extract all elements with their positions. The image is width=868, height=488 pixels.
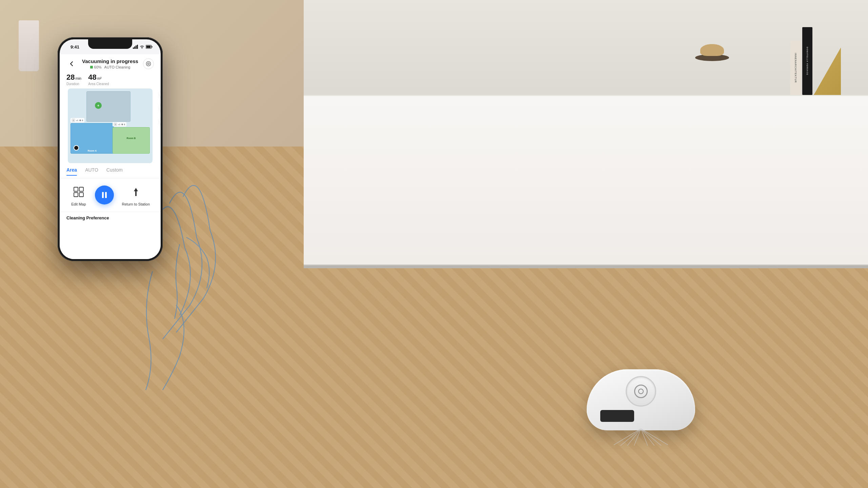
- svg-rect-19: [79, 187, 83, 191]
- header-title: Vacuuming in progress: [77, 58, 143, 64]
- edit-map-icon: [73, 187, 84, 197]
- svg-rect-18: [74, 187, 78, 191]
- area-label: Area Cleaned: [88, 82, 109, 86]
- robot-front-sensor: [600, 410, 634, 422]
- cabinet-front: [304, 95, 868, 265]
- tabs-row: Area AUTO Custom: [60, 163, 161, 178]
- room-b-map: Room B: [113, 127, 150, 154]
- duration-label: Duration: [66, 82, 81, 86]
- settings-icon: [146, 61, 151, 66]
- actions-row: Edit Map: [60, 178, 161, 212]
- area-value: 48: [88, 73, 96, 81]
- vase-body: [19, 20, 39, 71]
- settings-button[interactable]: [143, 58, 154, 69]
- map-view[interactable]: + ① +1 ⚙ ≡: [68, 89, 153, 163]
- robot-top-button: [626, 376, 656, 407]
- signal-icon: [133, 45, 138, 49]
- room-a-icon3: ≡: [82, 119, 83, 121]
- stats-row: 28 min Duration 48 m² Area Cleaned: [60, 72, 161, 89]
- room-a-label: Room A: [88, 150, 97, 152]
- phone-device: 9:41: [58, 37, 163, 261]
- map-container: + ① +1 ⚙ ≡: [64, 89, 157, 163]
- phone-container: 9:41: [47, 17, 176, 458]
- room-b-sep1: +1: [118, 123, 120, 125]
- svg-point-16: [146, 62, 151, 66]
- edit-map-icon-container: [70, 184, 87, 200]
- tab-area[interactable]: Area: [66, 167, 77, 175]
- svg-line-5: [641, 429, 654, 446]
- room-a-icon1: ①: [72, 119, 75, 122]
- progress-text: 60%: [94, 65, 102, 69]
- room-a-container: ① +1 ⚙ ≡ Room A: [70, 118, 114, 154]
- svg-point-15: [148, 63, 149, 65]
- books-container: INNENARCHITEKTUR DONATELLA VERSACE: [790, 27, 841, 95]
- stat-area: 48 m² Area Cleaned: [88, 73, 109, 86]
- room-b-label: Room B: [113, 128, 149, 139]
- pause-button[interactable]: [95, 186, 114, 204]
- video-button[interactable]: [160, 89, 161, 100]
- room-a-map: Room A: [70, 123, 114, 154]
- status-dot: [90, 66, 93, 69]
- book-2-title: DONATELLA VERSACE: [806, 45, 808, 77]
- book-1: INNENARCHITEKTUR: [790, 41, 801, 95]
- mode-text: AUTO Cleaning: [104, 65, 130, 69]
- robot-position-dot: [74, 145, 79, 151]
- room-a-sep1: +1: [76, 119, 78, 121]
- room-b-container: ① +1 ⚙ ≡ Room B: [113, 122, 150, 154]
- cleaning-preference-title: Cleaning Preference: [66, 215, 109, 220]
- svg-rect-21: [79, 193, 83, 197]
- app-header: Vacuuming in progress 60% AUTO Cleaning: [60, 54, 161, 72]
- room-b-icon2: ⚙: [121, 123, 123, 125]
- robot-vacuum: [577, 352, 705, 447]
- phone-screen: 9:41: [60, 39, 161, 259]
- svg-line-1: [621, 429, 641, 446]
- svg-rect-8: [133, 47, 134, 49]
- svg-rect-14: [146, 46, 151, 48]
- robot-logo-inner: [638, 389, 644, 394]
- robot-body: [587, 369, 695, 430]
- svg-rect-23: [105, 192, 107, 198]
- room-a-icon2: ⚙: [79, 119, 81, 121]
- room-a-toolbar: ① +1 ⚙ ≡: [70, 118, 84, 122]
- bowl-inner: [700, 44, 724, 56]
- pause-icon-container: [95, 186, 114, 204]
- threed-button[interactable]: 3D: [160, 102, 161, 114]
- tab-custom[interactable]: Custom: [106, 167, 123, 175]
- svg-line-2: [627, 429, 641, 446]
- svg-rect-11: [137, 45, 138, 49]
- status-time: 9:41: [70, 44, 79, 50]
- book-2: DONATELLA VERSACE: [802, 27, 812, 95]
- robot-logo: [634, 385, 648, 398]
- edit-map-label: Edit Map: [71, 202, 86, 206]
- vase-left: [17, 10, 41, 71]
- room-b-icon1: ①: [114, 123, 117, 126]
- back-button[interactable]: [66, 58, 77, 69]
- bowl-decoration: [692, 41, 732, 61]
- robot-brushes: [593, 429, 688, 437]
- map-side-buttons: 3D: [160, 89, 161, 127]
- room-b-toolbar: ① +1 ⚙ ≡: [113, 122, 126, 126]
- layers-button[interactable]: [160, 116, 161, 127]
- svg-rect-20: [74, 193, 78, 197]
- stat-duration: 28 min Duration: [66, 73, 81, 86]
- room-b-icon3: ≡: [124, 123, 125, 125]
- cleaning-preference-section: Cleaning Preference: [60, 212, 161, 223]
- book-1-title: INNENARCHITEKTUR: [794, 52, 797, 84]
- duration-unit: min: [75, 76, 81, 80]
- svg-rect-22: [102, 192, 104, 198]
- wifi-icon: [140, 45, 144, 49]
- svg-line-6: [641, 429, 661, 446]
- phone-notch: [88, 39, 132, 49]
- header-status: 60% AUTO Cleaning: [77, 65, 143, 69]
- status-icons: [133, 45, 153, 49]
- return-to-station-button[interactable]: Return to Station: [122, 184, 150, 206]
- pause-icon: [100, 191, 108, 199]
- map-hallway: [86, 91, 130, 122]
- return-icon: [130, 187, 141, 197]
- return-to-station-label: Return to Station: [122, 202, 150, 206]
- svg-rect-10: [136, 45, 137, 49]
- svg-line-7: [641, 429, 668, 445]
- tab-auto[interactable]: AUTO: [85, 167, 98, 175]
- app-content: Vacuuming in progress 60% AUTO Cleaning: [60, 54, 161, 259]
- edit-map-button[interactable]: Edit Map: [70, 184, 87, 206]
